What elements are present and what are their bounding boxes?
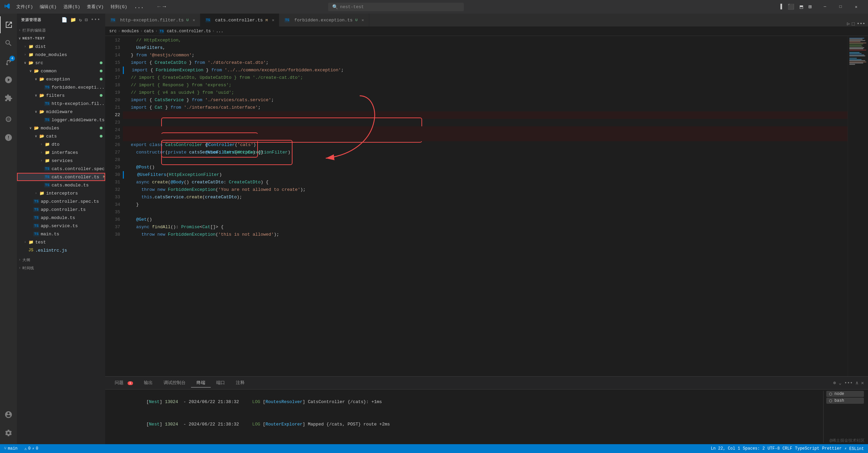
menu-file[interactable]: 文件(F)	[14, 3, 36, 11]
menu-more[interactable]: ...	[131, 3, 147, 11]
sidebar-item-app-module[interactable]: › TS app.module.ts	[17, 214, 105, 222]
sidebar-item-services[interactable]: › 📁 services	[17, 157, 105, 165]
refresh-icon[interactable]: ↻	[78, 16, 83, 23]
more-actions-icon[interactable]: •••	[90, 16, 101, 23]
activity-ai[interactable]	[0, 111, 17, 128]
sidebar-item-forbidden-exception[interactable]: › TS forbidden.excepti... U	[17, 83, 105, 91]
sidebar-item-logger-middleware[interactable]: › TS logger.middleware.ts	[17, 116, 105, 124]
sidebar-item-interfaces[interactable]: › 📁 interfaces	[17, 148, 105, 157]
activity-search[interactable]	[0, 35, 17, 52]
terminal-tab-comments[interactable]: 注释	[230, 378, 250, 387]
tab-http-close[interactable]: ✕	[193, 18, 195, 23]
sidebar-item-modules[interactable]: ∨ 📂 modules	[17, 124, 105, 132]
new-folder-icon[interactable]: 📁	[70, 16, 77, 23]
layout-toggle[interactable]: ⬛	[786, 2, 796, 12]
titlebar-actions: ▐ ⬛ ⬒ ⊞	[777, 2, 813, 12]
activity-account[interactable]	[0, 406, 17, 423]
status-position[interactable]: Ln 22, Col 1	[710, 446, 741, 451]
sidebar-item-cats-controller-spec[interactable]: › TS cats.controller.spec.ts	[17, 165, 105, 173]
minimize-button[interactable]: ─	[817, 0, 833, 14]
activity-extensions[interactable]	[0, 90, 17, 107]
sidebar-toggle[interactable]: ▐	[777, 2, 784, 11]
terminal-tab-ports[interactable]: 端口	[211, 378, 230, 387]
sidebar-item-filters[interactable]: ∨ 📂 filters	[17, 91, 105, 99]
terminal-tab-problems[interactable]: 问题 1	[109, 378, 138, 387]
sidebar-item-dist[interactable]: › 📁 dist	[17, 42, 105, 51]
status-encoding[interactable]: UTF-8	[766, 446, 781, 451]
search-bar[interactable]: 🔍 nest-test	[328, 3, 464, 11]
status-eslint[interactable]: ⚡ ESLint	[843, 446, 865, 451]
breadcrumb-src[interactable]: src	[109, 29, 117, 34]
breadcrumb-modules[interactable]: modules	[122, 29, 139, 34]
sidebar-item-outline[interactable]: › 大纲	[17, 256, 105, 264]
code-line-13: UseFilters,	[123, 44, 848, 52]
sidebar-item-node-modules[interactable]: › 📁 node_modules	[17, 51, 105, 59]
sidebar-item-main[interactable]: › TS main.ts	[17, 230, 105, 238]
tab-forbidden-exception[interactable]: TS forbidden.exception.ts U ✕	[279, 14, 369, 26]
status-errors[interactable]: ⚠ 0 ⚡ 0	[23, 446, 40, 451]
status-language[interactable]: TypeScript	[794, 446, 821, 451]
new-file-icon[interactable]: 📄	[61, 16, 68, 23]
maximize-button[interactable]: □	[833, 0, 848, 14]
terminal-more-icon[interactable]: ⌄	[838, 380, 841, 386]
nav-forward[interactable]: →	[163, 4, 166, 10]
sidebar-item-src[interactable]: ∨ 📂 src	[17, 59, 105, 67]
terminal-node-tab[interactable]: ⬡ node	[826, 391, 864, 397]
nest-test-root[interactable]: ∨ NEST-TEST	[17, 34, 105, 42]
activity-run[interactable]	[0, 71, 17, 88]
sidebar-item-app-controller[interactable]: › TS app.controller.ts	[17, 205, 105, 214]
customize-layout[interactable]: ⊞	[807, 2, 813, 12]
tab-http-exception-filter[interactable]: TS http-exception.filter.ts U ✕	[105, 14, 200, 26]
close-button[interactable]: ✕	[848, 0, 864, 14]
tab-cats-close[interactable]: ✕	[272, 18, 274, 23]
sidebar-item-cats-controller[interactable]: › TS cats.controller.ts M	[17, 173, 105, 181]
terminal-close-icon[interactable]: ✕	[861, 380, 864, 386]
terminal-split-icon[interactable]: •••	[844, 380, 853, 386]
sidebar-item-exception[interactable]: ∨ 📂 exception	[17, 75, 105, 83]
menu-goto[interactable]: 转到(G)	[108, 3, 130, 11]
sidebar-item-http-exception-filter[interactable]: › TS http-exception.fil... U	[17, 99, 105, 108]
terminal-bash-tab[interactable]: ⬡ bash	[826, 398, 864, 404]
split-editor-icon[interactable]: ⬚	[852, 21, 854, 26]
new-terminal-icon[interactable]: ⊕	[833, 380, 836, 386]
menu-edit[interactable]: 编辑(E)	[37, 3, 59, 11]
sidebar-item-dto[interactable]: › 📁 dto	[17, 140, 105, 148]
exception-label: exception	[46, 77, 98, 82]
sidebar-item-interceptors[interactable]: › 📁 interceptors	[17, 189, 105, 197]
tab-forbidden-close[interactable]: ✕	[362, 18, 364, 23]
breadcrumb-cats[interactable]: cats	[144, 29, 154, 34]
sidebar-item-test[interactable]: › 📁 test	[17, 238, 105, 246]
menu-view[interactable]: 查看(V)	[84, 3, 106, 11]
open-editors-section[interactable]: › 打开的编辑器	[17, 26, 105, 34]
sidebar-item-cats[interactable]: ∨ 📂 cats	[17, 132, 105, 140]
breadcrumb-more[interactable]: ...	[216, 29, 224, 34]
sidebar-item-cats-module[interactable]: › TS cats.module.ts	[17, 181, 105, 189]
activity-problems[interactable]	[0, 129, 17, 146]
terminal-tab-debug[interactable]: 调试控制台	[158, 378, 191, 387]
collapse-all-icon[interactable]: ⊟	[84, 16, 89, 23]
breadcrumb-file[interactable]: TS cats.controller.ts	[159, 29, 211, 34]
status-spaces[interactable]: Spaces: 2	[741, 446, 766, 451]
activity-settings[interactable]	[0, 424, 17, 441]
sidebar-item-timeline[interactable]: › 时间线	[17, 264, 105, 272]
status-eol[interactable]: CRLF	[781, 446, 794, 451]
sidebar-item-eslintrc[interactable]: › JS .eslintrc.js	[17, 246, 105, 254]
sidebar-item-app-controller-spec[interactable]: › TS app.controller.spec.ts	[17, 197, 105, 205]
terminal-tab-terminal[interactable]: 终端	[191, 378, 211, 387]
tab-cats-controller[interactable]: TS cats.controller.ts M ✕	[200, 14, 279, 26]
code-content[interactable]: // HttpException, UseFilters, } from '@n…	[123, 36, 848, 376]
run-code-icon[interactable]: ▷	[847, 21, 850, 26]
terminal-maximize-icon[interactable]: ∧	[855, 380, 858, 386]
status-branch[interactable]: ⑂ main	[3, 446, 19, 451]
status-formatter[interactable]: Prettier	[821, 446, 843, 451]
panel-toggle[interactable]: ⬒	[798, 2, 805, 12]
nav-back[interactable]: ←	[157, 4, 161, 10]
terminal-tab-output[interactable]: 输出	[138, 378, 158, 387]
activity-source-control[interactable]: 4	[0, 53, 17, 70]
menu-select[interactable]: 选择(S)	[61, 3, 83, 11]
sidebar-item-app-service[interactable]: › TS app.service.ts	[17, 222, 105, 230]
sidebar-item-middleware[interactable]: ∨ 📂 middleware	[17, 108, 105, 116]
more-editor-icon[interactable]: •••	[857, 21, 865, 26]
sidebar-item-common[interactable]: ∨ 📂 common	[17, 67, 105, 75]
activity-explorer[interactable]	[0, 16, 17, 33]
